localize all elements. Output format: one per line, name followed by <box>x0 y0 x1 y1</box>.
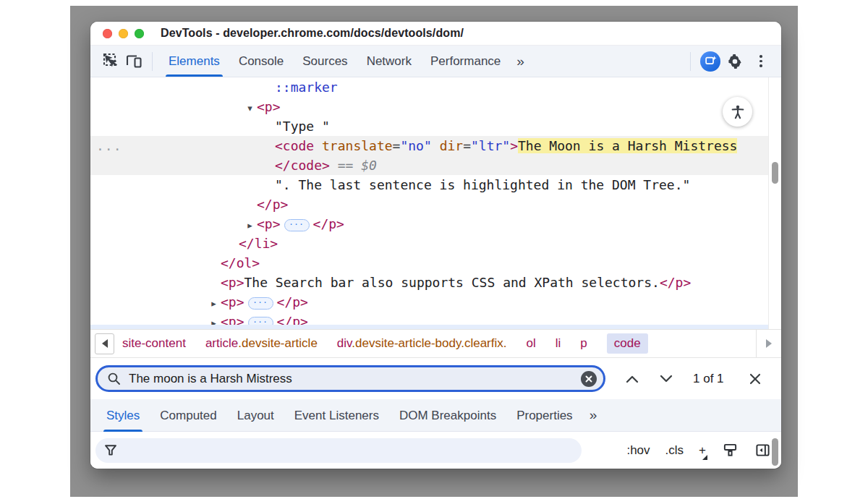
dom-code-segment: "no" <box>400 138 431 153</box>
expand-children-ellipsis-icon[interactable]: ··· <box>248 297 273 310</box>
tab-network[interactable]: Network <box>357 46 421 77</box>
dom-code-segment: = <box>393 138 401 153</box>
breadcrumb-item[interactable]: article.devsite-article <box>205 336 318 351</box>
dom-tree-row[interactable]: </code> == $0 <box>90 155 781 175</box>
dom-tree-row[interactable]: ▸<p>···</p> <box>90 292 781 312</box>
dom-code-segment <box>432 138 440 153</box>
dom-code-segment: == <box>330 158 361 173</box>
styles-filter-input[interactable] <box>123 443 573 458</box>
tab-event-listeners[interactable]: Event Listeners <box>284 400 389 432</box>
styles-scrollbar-thumb[interactable] <box>772 438 778 466</box>
new-style-rule-plus-icon[interactable]: + <box>699 443 706 458</box>
traffic-lights <box>103 29 144 38</box>
breadcrumb-item[interactable]: ol <box>527 336 536 351</box>
maximize-window-button[interactable] <box>135 29 144 38</box>
dom-code-segment: translate <box>322 138 393 153</box>
more-options-kebab-icon[interactable] <box>749 50 773 73</box>
dom-code-segment: "ltr" <box>471 138 510 153</box>
sidebar-tab-list: StylesComputedLayoutEvent ListenersDOM B… <box>96 400 583 431</box>
breadcrumb-segment: p <box>580 336 587 350</box>
dom-code-segment: </p> <box>313 216 344 231</box>
breadcrumb-item[interactable]: p <box>580 336 587 351</box>
dom-tree-row[interactable]: ". The last sentence is highlighted in t… <box>90 175 781 195</box>
dom-scrollbar[interactable] <box>768 77 781 329</box>
dom-code-segment: $0 <box>361 158 377 173</box>
dom-tree-row[interactable]: ▸<p>···</p> <box>90 214 781 234</box>
element-classes-button[interactable]: .cls <box>665 443 684 458</box>
tab-computed[interactable]: Computed <box>150 400 226 432</box>
match-count: 1 of 1 <box>693 372 726 386</box>
tab-layout[interactable]: Layout <box>227 400 284 432</box>
dom-code-segment: <p> <box>257 99 281 114</box>
devtools-window: DevTools - developer.chrome.com/docs/dev… <box>90 22 781 469</box>
expand-children-ellipsis-icon[interactable]: ··· <box>284 219 310 231</box>
toggle-element-state-button[interactable]: :hov <box>626 443 650 458</box>
breadcrumb-item[interactable]: code <box>607 333 648 354</box>
dom-tree-row[interactable]: </ol> <box>90 253 781 273</box>
tab-performance[interactable]: Performance <box>421 46 510 77</box>
more-panels-button[interactable]: » <box>510 54 529 69</box>
dom-tree-row[interactable]: ...<code translate="no" dir="ltr">The Mo… <box>90 136 781 155</box>
inspect-element-icon[interactable] <box>99 50 122 73</box>
dom-tree-pane[interactable]: ::marker▾<p>"Type "...<code translate="n… <box>90 77 781 329</box>
window-titlebar: DevTools - developer.chrome.com/docs/dev… <box>90 22 781 45</box>
dom-code-segment: <code <box>275 138 314 153</box>
dom-scrollbar-thumb[interactable] <box>772 162 778 184</box>
toolbar-divider <box>152 52 153 71</box>
disclosure-triangle-expanded-icon[interactable]: ▾ <box>243 98 257 118</box>
search-field[interactable] <box>95 365 605 392</box>
disclosure-triangle-collapsed-icon[interactable]: ▸ <box>243 216 257 235</box>
previous-match-chevron-up-icon[interactable] <box>624 370 641 388</box>
tab-sources[interactable]: Sources <box>293 46 357 77</box>
tab-elements[interactable]: Elements <box>159 46 229 77</box>
dom-code-segment: "Type " <box>275 119 330 134</box>
accessibility-person-icon[interactable] <box>723 97 752 127</box>
dom-tree-row[interactable]: <p>The Search bar also supports CSS and … <box>90 273 781 292</box>
breadcrumb-item[interactable]: li <box>556 336 561 351</box>
next-match-chevron-down-icon[interactable] <box>658 370 675 388</box>
tab-styles[interactable]: Styles <box>96 400 150 432</box>
search-bar: 1 of 1 <box>90 357 781 399</box>
dom-tree-row[interactable]: "Type " <box>90 116 781 136</box>
filter-funnel-icon <box>104 444 117 456</box>
row-menu-dots-icon[interactable]: ... <box>96 136 122 155</box>
toolbar-right-group <box>684 50 773 73</box>
breadcrumb-item[interactable]: site-content <box>122 336 186 351</box>
dom-code-segment: <p> <box>221 294 244 310</box>
more-sidebar-tabs-button[interactable]: » <box>583 407 602 423</box>
breadcrumb-segment: .devsite-article <box>238 336 318 350</box>
close-window-button[interactable] <box>103 29 112 38</box>
dom-code-segment: </p> <box>257 197 288 212</box>
dom-tree: ::marker▾<p>"Type "...<code translate="n… <box>90 77 781 329</box>
window-title: DevTools - developer.chrome.com/docs/dev… <box>161 27 464 40</box>
tab-properties[interactable]: Properties <box>506 400 582 432</box>
breadcrumb-scroll-right-icon[interactable] <box>756 330 781 357</box>
breadcrumb-segment: code <box>614 336 641 350</box>
breadcrumb-segment: site-content <box>122 336 186 350</box>
dom-tree-row[interactable]: ::marker <box>90 77 781 97</box>
settings-gear-icon[interactable] <box>723 50 746 73</box>
dom-tree-row[interactable]: </li> <box>90 234 781 253</box>
search-match-highlight: The Moon is a Harsh Mistress <box>518 138 737 153</box>
search-input[interactable] <box>127 371 581 387</box>
toggle-sidebar-panel-icon[interactable] <box>754 442 771 459</box>
clear-search-icon[interactable] <box>581 371 597 387</box>
dom-code-segment: ::marker <box>275 80 338 95</box>
styles-filter-field[interactable] <box>95 438 582 463</box>
dom-tree-row[interactable]: </p> <box>90 195 781 214</box>
dom-tree-row[interactable]: ▾<p> <box>90 97 781 116</box>
tab-console[interactable]: Console <box>229 46 293 77</box>
disclosure-triangle-collapsed-icon[interactable]: ▸ <box>207 294 221 313</box>
ai-assistance-icon[interactable] <box>700 51 720 72</box>
dom-code-segment: <p> <box>257 216 281 231</box>
minimize-window-button[interactable] <box>119 29 128 38</box>
toggle-device-toolbar-icon[interactable] <box>122 50 145 73</box>
breadcrumb-item[interactable]: div.devsite-article-body.clearfix. <box>337 336 507 351</box>
breadcrumb-scroll-left-icon[interactable] <box>95 333 114 354</box>
rendering-brush-icon[interactable] <box>721 442 739 459</box>
dom-code-segment: = <box>463 138 471 153</box>
tab-dom-breakpoints[interactable]: DOM Breakpoints <box>389 400 506 432</box>
dom-code-segment: </ol> <box>221 255 260 270</box>
dom-code-segment: > <box>510 138 518 153</box>
close-search-icon[interactable] <box>746 370 764 388</box>
